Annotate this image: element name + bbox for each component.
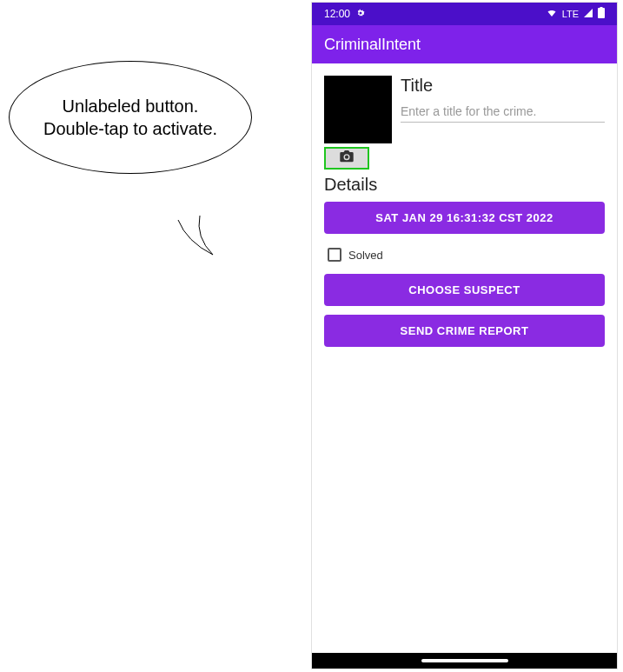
camera-icon <box>339 150 355 166</box>
accessibility-callout: Unlabeled button. Double-tap to activate… <box>9 61 269 174</box>
svg-rect-0 <box>598 8 605 18</box>
crime-photo[interactable] <box>324 76 392 143</box>
callout-bubble: Unlabeled button. Double-tap to activate… <box>9 61 252 174</box>
send-report-button[interactable]: SEND CRIME REPORT <box>324 315 605 347</box>
content-area: Title Details SAT JAN 29 16:31:32 CST 20… <box>312 63 617 653</box>
phone-frame: 12:00 LTE CriminalIntent <box>311 2 618 669</box>
solved-row[interactable]: Solved <box>324 243 605 274</box>
settings-icon <box>355 8 366 21</box>
navigation-bar <box>312 653 617 669</box>
wifi-icon <box>546 8 558 21</box>
lte-label: LTE <box>562 9 579 19</box>
battery-icon <box>598 7 605 21</box>
signal-icon <box>583 8 593 21</box>
svg-rect-1 <box>600 7 603 9</box>
date-button[interactable]: SAT JAN 29 16:31:32 CST 2022 <box>324 202 605 234</box>
details-label: Details <box>324 175 605 195</box>
title-label: Title <box>401 76 605 96</box>
callout-line1: Unlabeled button. <box>43 95 217 117</box>
app-bar: CriminalIntent <box>312 25 617 63</box>
status-time: 12:00 <box>324 8 350 20</box>
nav-handle[interactable] <box>421 659 508 662</box>
solved-checkbox[interactable] <box>328 248 341 262</box>
choose-suspect-button[interactable]: CHOOSE SUSPECT <box>324 274 605 306</box>
app-title: CriminalIntent <box>324 36 421 54</box>
camera-button[interactable] <box>324 147 369 170</box>
title-input[interactable] <box>401 101 605 123</box>
callout-line2: Double-tap to activate. <box>43 117 217 140</box>
callout-tail <box>174 216 226 259</box>
status-bar: 12:00 LTE <box>312 3 617 25</box>
solved-label: Solved <box>348 249 383 262</box>
